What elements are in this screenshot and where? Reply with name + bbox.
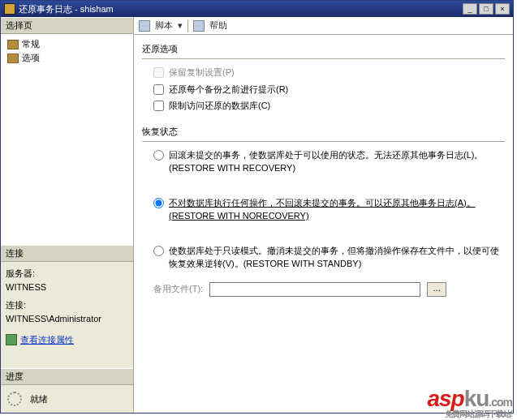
script-icon: [139, 20, 150, 32]
recovery-radio[interactable]: [153, 150, 164, 161]
conn-label: 连接:: [6, 298, 128, 312]
page-item-general[interactable]: 常规: [6, 37, 128, 51]
divider: [142, 58, 505, 59]
page-item-label: 常规: [22, 38, 40, 50]
connection-header: 连接: [1, 245, 133, 262]
recovery-state-title: 恢复状态: [142, 126, 505, 138]
page-item-label: 选项: [22, 52, 40, 64]
browse-button[interactable]: ...: [427, 282, 446, 297]
app-icon: [4, 3, 15, 15]
dialog-body: 选择页 常规 选项 连接 服务器: WITNESS 连接: WITNESS\Ad…: [1, 17, 513, 413]
select-page-header: 选择页: [1, 17, 133, 34]
keep-replication-label: 保留复制设置(P): [169, 66, 235, 79]
left-pane: 选择页 常规 选项 连接 服务器: WITNESS 连接: WITNESS\Ad…: [1, 17, 134, 413]
restrict-access-checkbox[interactable]: [153, 101, 164, 111]
properties-icon: [6, 334, 17, 345]
restore-options-title: 还原选项: [142, 43, 505, 55]
page-item-options[interactable]: 选项: [6, 51, 128, 65]
divider: [142, 141, 505, 142]
norecovery-radio[interactable]: [153, 198, 164, 208]
keep-replication-checkbox: [153, 67, 164, 78]
content-area: 还原选项 保留复制设置(P) 还原每个备份之前进行提示(R) 限制访问还原的数据…: [134, 35, 513, 413]
view-properties-label: 查看连接属性: [20, 333, 74, 347]
recovery-label: 回滚未提交的事务，使数据库处于可以使用的状态。无法还原其他事务日志(L)。(RE…: [169, 148, 505, 175]
norecovery-label: 不对数据库执行任何操作，不回滚未提交的事务。可以还原其他事务日志(A)。(RES…: [169, 196, 505, 223]
page-list: 常规 选项: [1, 34, 133, 245]
maximize-button[interactable]: □: [479, 3, 493, 15]
dialog-window: 还原事务日志 - shisham _ □ × 选择页 常规 选项 连接: [0, 0, 514, 414]
close-button[interactable]: ×: [495, 3, 510, 15]
standby-radio[interactable]: [153, 246, 164, 256]
backup-file-input: [209, 282, 420, 297]
spinner-icon: [7, 392, 22, 406]
help-icon: [193, 20, 205, 32]
standby-label: 使数据库处于只读模式。撤消未提交的事务，但将撤消操作保存在文件中，以便可使恢复效…: [169, 244, 505, 271]
window-buttons: _ □ ×: [463, 3, 510, 15]
standby-radio-row: 使数据库处于只读模式。撤消未提交的事务，但将撤消操作保存在文件中，以便可使恢复效…: [153, 244, 505, 271]
window-title: 还原事务日志 - shisham: [19, 3, 114, 15]
script-button[interactable]: 脚本: [155, 19, 173, 32]
connection-box: 服务器: WITNESS 连接: WITNESS\Administrator 查…: [1, 262, 133, 368]
help-button[interactable]: 帮助: [209, 19, 227, 32]
prompt-each-label: 还原每个备份之前进行提示(R): [169, 83, 288, 96]
server-value: WITNESS: [6, 281, 128, 294]
prompt-each-checkbox[interactable]: [153, 84, 164, 95]
minimize-button[interactable]: _: [463, 3, 477, 15]
restrict-access-row: 限制访问还原的数据库(C): [153, 99, 505, 113]
toolbar: 脚本 ▾ 帮助: [134, 17, 513, 35]
dropdown-icon[interactable]: ▾: [178, 20, 183, 31]
backup-file-label: 备用文件(T):: [153, 283, 203, 295]
norecovery-radio-row: 不对数据库执行任何操作，不回滚未提交的事务。可以还原其他事务日志(A)。(RES…: [153, 196, 505, 223]
backup-file-row: 备用文件(T): ...: [153, 282, 505, 297]
progress-box: 就绪: [1, 385, 133, 413]
restrict-access-label: 限制访问还原的数据库(C): [169, 99, 270, 113]
server-label: 服务器:: [6, 267, 128, 281]
keep-replication-row: 保留复制设置(P): [153, 66, 505, 79]
main-pane: 脚本 ▾ 帮助 还原选项 保留复制设置(P) 还原每个备份之前进行提示(R): [134, 17, 513, 413]
progress-status: 就绪: [30, 393, 48, 405]
recovery-radio-row: 回滚未提交的事务，使数据库处于可以使用的状态。无法还原其他事务日志(L)。(RE…: [153, 148, 505, 175]
toolbar-separator: [187, 19, 188, 32]
prompt-each-row: 还原每个备份之前进行提示(R): [153, 83, 505, 96]
page-icon: [7, 54, 19, 63]
conn-value: WITNESS\Administrator: [6, 312, 128, 326]
view-properties-link[interactable]: 查看连接属性: [6, 333, 128, 347]
page-icon: [7, 40, 19, 49]
title-bar[interactable]: 还原事务日志 - shisham _ □ ×: [1, 1, 513, 17]
progress-header: 进度: [1, 368, 133, 385]
